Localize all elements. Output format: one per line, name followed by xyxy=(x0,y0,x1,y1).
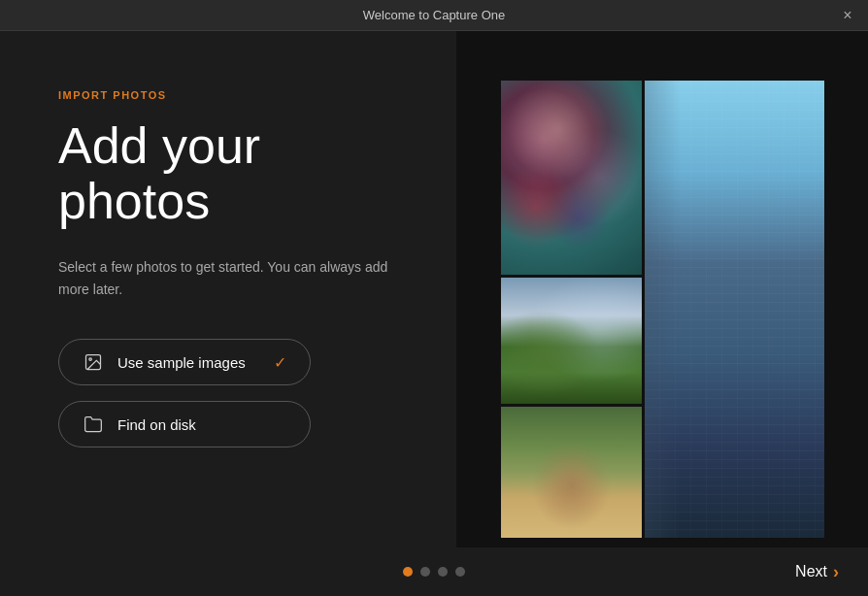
use-sample-images-button[interactable]: Use sample images ✓ xyxy=(58,339,311,385)
bottom-bar: Next › xyxy=(0,547,868,596)
folder-icon xyxy=(83,414,104,435)
import-label: IMPORT PHOTOS xyxy=(58,89,408,101)
page-title: Add your photos xyxy=(58,118,408,229)
dot-1 xyxy=(403,567,413,577)
dot-4 xyxy=(455,567,465,577)
photo-grid xyxy=(501,81,824,546)
pagination-dots xyxy=(403,567,465,577)
right-panel xyxy=(456,31,868,596)
photo-landscape xyxy=(501,278,642,404)
description-text: Select a few photos to get started. You … xyxy=(58,256,388,300)
chevron-right-icon: › xyxy=(833,562,839,582)
left-panel: IMPORT PHOTOS Add your photos Select a f… xyxy=(0,31,456,596)
svg-point-1 xyxy=(89,358,92,361)
close-button[interactable]: × xyxy=(839,7,856,24)
next-button[interactable]: Next › xyxy=(795,562,839,582)
check-icon: ✓ xyxy=(274,353,286,372)
sample-images-label: Use sample images xyxy=(117,354,246,371)
image-icon xyxy=(83,351,104,373)
dot-3 xyxy=(438,567,448,577)
photo-food xyxy=(501,81,642,275)
title-bar: Welcome to Capture One × xyxy=(0,0,868,31)
dot-2 xyxy=(420,567,430,577)
find-on-disk-label: Find on disk xyxy=(117,416,196,433)
photo-building xyxy=(645,81,824,538)
window-title: Welcome to Capture One xyxy=(363,8,505,22)
find-on-disk-button[interactable]: Find on disk xyxy=(58,401,311,447)
main-content: IMPORT PHOTOS Add your photos Select a f… xyxy=(0,31,868,596)
next-label: Next xyxy=(795,563,827,580)
photo-deer xyxy=(501,407,642,538)
